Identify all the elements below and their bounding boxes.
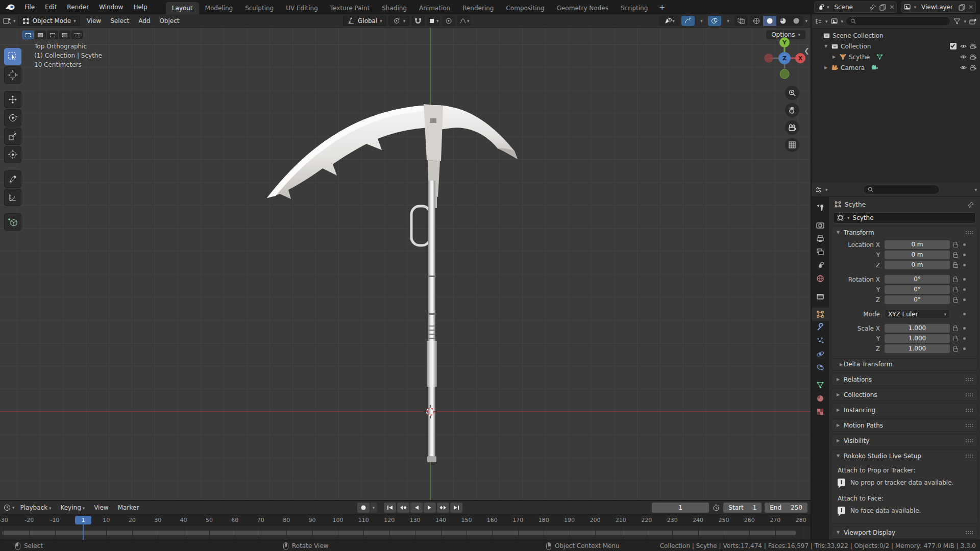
shading-material-button[interactable] [776, 16, 790, 26]
lock-toggle[interactable] [950, 242, 961, 247]
transform-panel-header[interactable]: ▼ Transform [831, 227, 977, 238]
animate-property-dot[interactable] [963, 243, 966, 246]
workspace-tab-compositing[interactable]: Compositing [500, 2, 550, 14]
playhead[interactable] [83, 523, 84, 541]
outliner-row-collection[interactable]: ▼Collection [812, 41, 980, 52]
exclude-checkbox[interactable] [950, 43, 957, 49]
lock-toggle[interactable] [950, 277, 961, 282]
outliner-item-label[interactable]: Camera [841, 64, 865, 71]
outliner-item-label[interactable]: Scythe [849, 54, 870, 61]
viewlayer-name[interactable]: ViewLayer [918, 4, 956, 11]
new-collection-icon[interactable] [969, 18, 977, 25]
panel-grip[interactable] [965, 378, 973, 382]
editor-type-icon[interactable] [3, 17, 11, 24]
tool-cursor[interactable] [4, 66, 21, 84]
disclosure-icon[interactable]: ▶ [823, 65, 829, 70]
animate-property-dot[interactable] [963, 278, 966, 281]
auto-keyframe-button[interactable] [357, 503, 370, 513]
value-field[interactable]: 1.000 [885, 334, 950, 343]
disable-render-toggle[interactable] [969, 54, 977, 61]
viewport-menu-object[interactable]: Object [155, 16, 184, 26]
value-field[interactable]: 0° [885, 275, 950, 284]
value-field[interactable]: 1.000 [885, 324, 950, 333]
hide-eye-toggle[interactable] [960, 64, 967, 71]
lock-toggle[interactable] [950, 346, 961, 352]
animate-property-dot[interactable] [963, 264, 966, 266]
timeline-menu-playback[interactable]: Playback ▾ [16, 503, 56, 513]
properties-tab-texture[interactable] [812, 405, 829, 418]
properties-tab-output[interactable] [812, 232, 829, 245]
new-viewlayer-icon[interactable] [958, 4, 966, 11]
properties-options-dropdown[interactable]: ▾ [974, 187, 977, 192]
panel-header[interactable]: ▶Instancing [831, 404, 977, 416]
disable-render-toggle[interactable] [969, 43, 977, 50]
frame-end-field[interactable]: End250 [765, 503, 807, 513]
menu-help[interactable]: Help [128, 2, 152, 13]
gizmos-toggle[interactable] [681, 16, 695, 26]
menu-file[interactable]: File [19, 2, 40, 13]
outliner-row-scene-collection[interactable]: Scene Collection [812, 30, 980, 41]
panel-header[interactable]: ▶Relations [831, 373, 977, 385]
panel-grip[interactable] [965, 408, 973, 412]
animate-property-dot[interactable] [963, 313, 966, 315]
select-mode-extend[interactable] [35, 31, 46, 39]
value-field[interactable]: 0 m [885, 261, 950, 269]
viewport-menu-view[interactable]: View [82, 16, 106, 26]
timeline-editor-icon[interactable] [3, 504, 11, 511]
workspace-tab-geometry-nodes[interactable]: Geometry Nodes [551, 2, 615, 14]
tool-rotate[interactable] [4, 109, 21, 127]
navigation-gizmo[interactable]: Y X Z [763, 37, 806, 84]
menu-render[interactable]: Render [62, 2, 94, 13]
xray-toggle[interactable] [734, 16, 748, 26]
jump-start-button[interactable] [384, 503, 396, 513]
panel-grip[interactable] [965, 454, 973, 458]
outliner-row-camera[interactable]: ▶Camera [812, 62, 980, 73]
select-mode-subtract[interactable] [47, 31, 58, 39]
panel-grip[interactable] [965, 231, 973, 235]
properties-tab-scene[interactable] [812, 259, 829, 272]
outliner-item-label[interactable]: Scene Collection [832, 32, 884, 39]
snap-magnet-toggle[interactable] [411, 16, 425, 26]
properties-tab-physics[interactable] [812, 347, 829, 361]
remove-viewlayer-icon[interactable]: ✕ [968, 4, 973, 11]
timeline-track[interactable] [0, 526, 811, 541]
play-button[interactable] [424, 503, 436, 513]
hide-eye-toggle[interactable] [960, 54, 967, 61]
disable-render-toggle[interactable] [969, 64, 977, 71]
unlink-scene-icon[interactable]: ✕ [889, 4, 894, 11]
properties-tab-tool[interactable] [812, 201, 829, 214]
animate-property-dot[interactable] [963, 327, 966, 330]
shading-wireframe-button[interactable] [750, 16, 763, 26]
properties-tab-collection[interactable] [812, 290, 829, 303]
properties-tab-constraints[interactable] [812, 361, 829, 374]
overlays-toggle[interactable] [708, 16, 721, 26]
frame-start-field[interactable]: Start1 [723, 503, 762, 513]
viewlayer-selector[interactable]: ▾ ViewLayer ✕ [901, 2, 976, 13]
orthographic-toggle-button[interactable] [785, 138, 799, 152]
select-mode-new[interactable] [22, 31, 34, 39]
pin-icon[interactable] [869, 4, 877, 11]
next-keyframe-button[interactable] [437, 503, 449, 513]
panel-grip[interactable] [965, 531, 973, 535]
breadcrumb-object-name[interactable]: Scythe [845, 201, 866, 208]
stopwatch-icon[interactable] [712, 504, 720, 511]
snap-target-dropdown[interactable]: ▾ [427, 16, 440, 26]
properties-tab-view-layer[interactable] [812, 245, 829, 259]
animate-property-dot[interactable] [963, 288, 966, 291]
animate-property-dot[interactable] [963, 347, 966, 350]
delta-transform-panel-header[interactable]: ▶ Delta Transform [831, 358, 977, 370]
shading-solid-button[interactable] [763, 16, 776, 26]
proportional-edit-toggle[interactable] [442, 16, 455, 26]
panel-header[interactable]: ▶Collections [831, 389, 977, 400]
viewport-menu-select[interactable]: Select [106, 16, 134, 26]
jump-end-button[interactable] [450, 503, 462, 513]
transform-orientation-selector[interactable]: Global ▾ [343, 16, 386, 26]
object-name-field[interactable]: ▾ Scythe [833, 212, 976, 223]
mode-selector[interactable]: Object Mode ▾ [18, 16, 80, 26]
tool-select-box[interactable] [4, 48, 21, 65]
lock-toggle[interactable] [950, 297, 961, 303]
rotation-mode-dropdown[interactable]: XYZ Euler▾ [885, 310, 950, 318]
menu-edit[interactable]: Edit [40, 2, 62, 13]
menu-window[interactable]: Window [94, 2, 128, 13]
lock-toggle[interactable] [950, 336, 961, 341]
